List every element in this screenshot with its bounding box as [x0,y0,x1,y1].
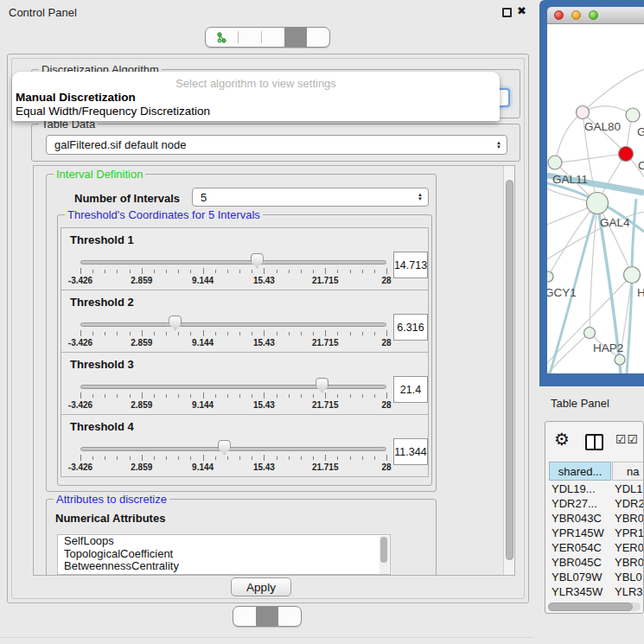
attribute-item-topologicalcoefficient[interactable]: TopologicalCoefficient [58,548,390,561]
minor-tick [154,332,155,335]
threshold-label: Threshold 1 [70,233,134,246]
tab-cyni-toolbox[interactable] [284,28,307,47]
table-row[interactable]: YBR045CYBR0 [545,556,643,571]
slider-track[interactable] [80,385,386,389]
tick-label: 9.144 [182,276,224,285]
settings-vertical-scrollbar[interactable] [503,166,514,575]
table-row[interactable]: YLR345WYLR3 [545,585,643,600]
tick-label: 15.43 [243,462,284,472]
network-node[interactable] [624,267,641,284]
algorithm-option-equal-width-frequency-discretization[interactable]: Equal Width/Frequency Discretization [12,104,500,118]
attribute-item-betweennesscentrality[interactable]: BetweennessCentrality [58,560,390,573]
numerical-attributes-list[interactable]: SelfLoopsTopologicalCoefficientBetweenne… [57,534,391,575]
slider-handle[interactable] [316,378,328,392]
minor-tick [117,394,118,398]
tab-jactivemnodules[interactable] [307,28,329,47]
minor-tick [252,332,252,335]
checkbox-checked-icons[interactable]: ☑☑ [615,432,639,446]
network-node-label: GCY1 [547,286,577,299]
algorithm-option-manual-discretization[interactable]: Manual Discretization [12,90,500,104]
minor-tick [301,332,302,335]
slider-handle[interactable] [218,440,231,455]
network-window-titlebar[interactable] [547,7,644,24]
threshold-value-field[interactable]: 21.4 [393,376,428,403]
slider-handle[interactable] [251,253,264,268]
tab-infer-network[interactable] [278,607,301,626]
minor-tick [277,456,277,460]
table-row[interactable]: YBR043CYBR0 [545,512,643,526]
threshold-label: Threshold 2 [70,296,134,309]
minor-tick [215,270,216,273]
tab-select[interactable] [262,28,284,47]
network-node[interactable] [587,193,609,214]
stepper-arrows-icon: ▲▼ [418,193,423,201]
table-row[interactable]: YDL19...YDL1 [545,482,643,497]
network-canvas[interactable]: GAL80GACGAL11GAL4GCY1HHAP2 [547,24,644,373]
minimize-traffic-light-icon[interactable] [571,10,581,20]
tab-style[interactable] [239,28,261,47]
tick-label: 2.859 [121,276,163,285]
close-traffic-light-icon[interactable] [554,10,564,20]
threshold-value-field[interactable]: 11.344 [393,438,428,465]
minor-tick [130,456,131,460]
network-node[interactable] [584,328,596,339]
attribute-item-selfloops[interactable]: SelfLoops [58,535,390,548]
top-tab-bar [0,27,534,48]
network-node[interactable] [548,156,562,169]
minor-tick [117,332,118,335]
zoom-traffic-light-icon[interactable] [589,10,598,20]
scrollbar-thumb[interactable] [380,537,387,563]
minor-tick [301,456,302,460]
minor-tick [190,456,191,460]
slider-track[interactable] [80,260,386,265]
float-window-icon[interactable] [502,8,512,17]
table-row[interactable]: YER054CYER0 [545,541,643,556]
scrollbar-thumb[interactable] [506,180,513,560]
threshold-panel-threshold-2: Threshold 2-3.4262.8599.14415.4321.71528… [61,290,429,353]
major-tick [203,455,204,461]
table-data-combo[interactable]: galFiltered.sif default node ▲▼ [46,135,507,155]
minor-tick [301,270,302,273]
numerical-attributes-label: Numerical Attributes [55,512,165,525]
minor-tick [154,270,155,273]
table-row[interactable]: YBL079WYBL0 [545,571,643,585]
threshold-value-field[interactable]: 14.713 [393,252,428,278]
attributes-group: Attributes to discretize Numerical Attri… [46,499,437,576]
tick-label: -3.426 [60,338,101,348]
cell-shared-name: YER054C [545,541,608,554]
network-node[interactable] [619,147,634,162]
network-node[interactable] [626,108,640,122]
network-node[interactable] [577,106,590,119]
scrollbar-thumb[interactable] [548,603,633,611]
slider-track[interactable] [80,322,386,327]
network-node[interactable] [547,271,553,282]
major-tick [264,455,265,461]
minor-tick [337,332,338,335]
tab-discretize-data[interactable] [256,607,278,626]
network-node[interactable] [615,354,625,365]
number-of-intervals-combo[interactable]: 5 ▲▼ [192,188,429,207]
minor-tick [92,394,93,398]
threshold-panel-threshold-4: Threshold 4-3.4262.8599.14415.4321.71528… [61,414,429,477]
gear-icon[interactable]: ⚙ [554,429,570,450]
slider-handle[interactable] [169,316,182,330]
table-row[interactable]: YPR145WYPR1 [545,526,643,541]
tab-impute-data[interactable] [233,607,256,626]
threshold-value-field[interactable]: 6.316 [393,314,428,341]
tab-network[interactable] [206,28,238,47]
close-icon[interactable]: ✖ [517,4,526,17]
columns-icon[interactable] [585,434,603,450]
table-row[interactable]: YDR27...YDR2 [545,497,643,512]
attributes-list-scrollbar[interactable] [379,536,389,575]
major-tick [203,330,204,336]
column-header-shared[interactable]: shared... [549,462,611,481]
minor-tick [350,332,351,335]
major-tick [325,268,326,274]
table-horizontal-scrollbar[interactable] [548,603,641,611]
minor-tick [190,394,191,398]
table-row[interactable]: YIL052CYIL0 [545,600,643,602]
minor-tick [313,270,314,273]
slider-track[interactable] [80,447,386,451]
apply-button[interactable]: Apply [231,577,291,596]
column-header-name[interactable]: na [612,462,644,481]
